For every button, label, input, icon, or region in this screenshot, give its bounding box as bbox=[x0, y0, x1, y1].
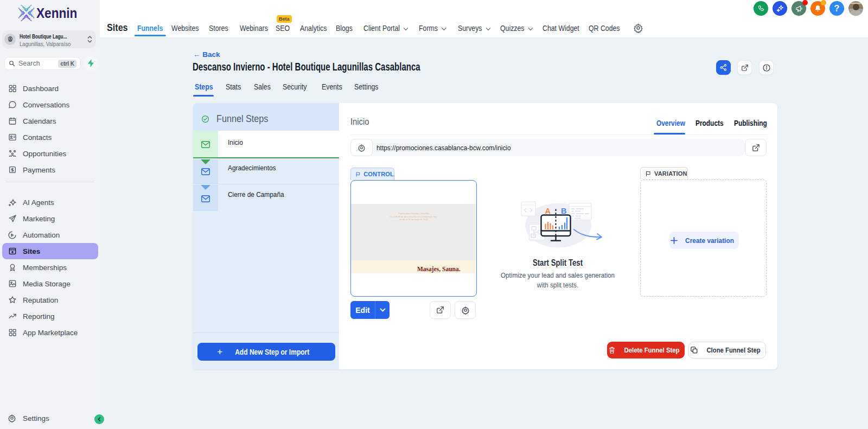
svg-text:A: A bbox=[545, 207, 551, 215]
svg-text:B: B bbox=[561, 207, 566, 215]
